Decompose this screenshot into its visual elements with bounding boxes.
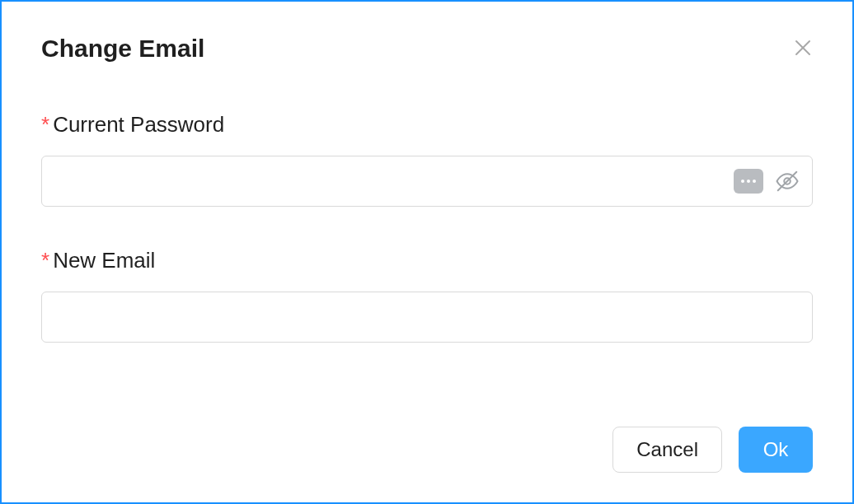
cancel-button[interactable]: Cancel	[612, 427, 722, 473]
close-button[interactable]	[793, 38, 813, 62]
new-email-input-wrapper	[41, 292, 813, 343]
eye-off-icon	[775, 169, 800, 194]
input-icons	[734, 169, 800, 194]
ok-button[interactable]: Ok	[739, 427, 813, 473]
required-asterisk: *	[41, 248, 49, 273]
current-password-label-text: Current Password	[53, 112, 224, 137]
current-password-input[interactable]	[41, 156, 813, 207]
close-icon	[793, 37, 813, 63]
current-password-group: *Current Password	[41, 112, 813, 207]
required-asterisk: *	[41, 112, 49, 137]
modal-footer: Cancel Ok	[612, 427, 813, 473]
password-manager-icon	[734, 169, 763, 194]
change-email-modal: Change Email *Current Password	[2, 2, 852, 502]
new-email-group: *New Email	[41, 248, 813, 343]
current-password-label: *Current Password	[41, 112, 813, 138]
toggle-password-visibility[interactable]	[775, 169, 800, 194]
current-password-input-wrapper	[41, 156, 813, 207]
modal-title: Change Email	[41, 35, 204, 63]
modal-header: Change Email	[41, 35, 813, 63]
new-email-label-text: New Email	[53, 248, 155, 273]
new-email-label: *New Email	[41, 248, 813, 273]
new-email-input[interactable]	[41, 292, 813, 343]
